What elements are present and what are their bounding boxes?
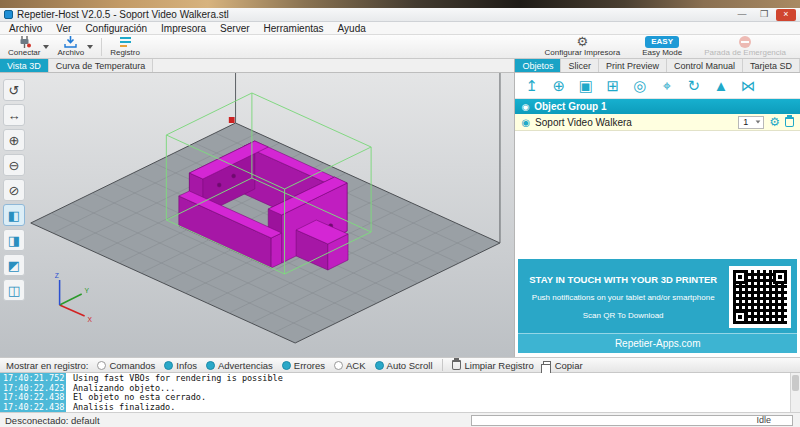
autoscroll-toggle-icon[interactable] [375,361,384,370]
view-tool-front[interactable]: ◨ [3,229,25,251]
copy-log-icon [543,361,551,370]
log-filter-comandos[interactable]: Comandos [97,360,155,371]
delete-object-icon[interactable] [785,117,794,127]
copy-object-button[interactable]: ▣ [574,75,597,97]
log-label: Registro [110,48,140,57]
toggle-log-button[interactable]: Registro [106,36,144,58]
object-list-empty-area [515,131,800,259]
load-file-icon [64,36,77,48]
log-filter-ack[interactable]: ACK [334,360,366,371]
export-object-button[interactable]: ↥ [520,75,543,97]
top-view-icon: ◩ [8,258,20,273]
copy-log-button[interactable]: Copiar [543,360,583,371]
object-settings-icon[interactable]: ⚙ [769,116,780,128]
log-scrollbar[interactable] [790,373,800,412]
zoom-out-icon: ⊖ [9,158,20,173]
ack-toggle-icon[interactable] [334,361,343,370]
view-tool-zoom-out[interactable]: ⊖ [3,154,25,176]
log-filter-infos[interactable]: Infos [164,360,197,371]
view-tool-zoom-in[interactable]: ⊕ [3,129,25,151]
tab-slicer[interactable]: Slicer [561,59,599,72]
log-scrollbar-thumb[interactable] [792,375,799,391]
status-bar: Desconectado: default Idle [0,412,800,427]
load-file-caret-icon[interactable] [87,45,93,49]
log-row: 17:40:22.438Analisis finalizado. [0,402,800,412]
menu-item-herramientas[interactable]: Herramientas [257,22,331,35]
repetier-apps-button[interactable]: Repetier-Apps.com [518,333,797,353]
connect-caret-icon[interactable] [43,45,49,49]
connect-button[interactable]: Conectar [4,36,53,58]
load-file-button[interactable]: Archivo [53,36,97,58]
scale-icon: ▲ [713,77,728,94]
menu-item-configuracion[interactable]: Configuración [78,22,154,35]
object-group-header[interactable]: ◉ Object Group 1 [515,99,800,114]
menu-item-ayuda[interactable]: Ayuda [331,22,373,35]
view-tool-reset[interactable]: ⊘ [3,179,25,201]
menu-item-impresora[interactable]: Impresora [154,22,213,35]
object-row[interactable]: ◉ Soport Video Walkera 1 ⚙ [515,114,800,131]
log-output[interactable]: 17:40:21.752Using fast VBOs for renderin… [0,373,800,412]
qr-code [729,266,791,328]
autoposition-button[interactable]: ⊞ [601,75,624,97]
infos-toggle-icon[interactable] [164,361,173,370]
tab-vista-3d[interactable]: Vista 3D [0,59,49,72]
3d-scene[interactable]: X Y Z [0,73,514,357]
close-button[interactable]: × [776,9,796,21]
svg-text:Y: Y [85,287,90,294]
front-view-icon: ◨ [8,233,20,248]
tab-tarjeta-sd[interactable]: Tarjeta SD [743,59,800,72]
menu-bar: Archivo Ver Configuración Impresora Serv… [0,22,800,35]
object-visibility-icon[interactable]: ◉ [521,117,530,128]
emergency-stop-icon [739,36,751,48]
emergency-stop-button[interactable]: Parada de Emergencia [700,36,790,58]
advertencias-toggle-icon[interactable] [206,361,215,370]
scale-object-button[interactable]: ▲ [709,75,732,97]
tab-objetos[interactable]: Objetos [515,59,561,72]
tab-print-preview[interactable]: Print Preview [599,59,667,72]
add-icon: ⊕ [553,77,566,95]
promo-line2: Scan QR To Download [524,311,722,320]
log-filter-advertencias[interactable]: Advertencias [206,360,273,371]
object-count-dropdown[interactable]: 1 [738,116,764,129]
log-separator [442,359,443,371]
add-object-button[interactable]: ⊕ [547,75,570,97]
view-tool-isometric[interactable]: ◧ [3,204,25,226]
maximize-button[interactable]: ❒ [754,9,774,21]
view-tool-rotate[interactable]: ↺ [3,79,25,101]
right-tab-bar: Objetos Slicer Print Preview Control Man… [515,59,800,73]
3d-viewport[interactable]: X Y Z ↺ ↔ ⊕ ⊖ ⊘ ◧ ◨ ◩ ◫ [0,73,514,357]
gear-icon: ⚙ [577,36,589,48]
easy-mode-badge: EASY [645,36,679,48]
toolbar-separator [101,38,102,56]
origin-marker [229,117,235,123]
rotate-object-button[interactable]: ↻ [682,75,705,97]
clear-log-button[interactable]: Limpiar Registro [452,360,534,371]
view-tool-move[interactable]: ↔ [3,104,25,126]
tab-curva-temperatura[interactable]: Curva de Temperatura [49,59,153,72]
connection-status: Desconectado: default [5,415,100,426]
log-filter-autoscroll[interactable]: Auto Scroll [375,360,433,371]
view-tool-top[interactable]: ◩ [3,254,25,276]
right-pane: Objetos Slicer Print Preview Control Man… [514,59,800,357]
view-tool-layers[interactable]: ◫ [3,279,25,301]
mirror-object-button[interactable]: ⋈ [736,75,759,97]
group-visibility-icon[interactable]: ◉ [521,102,529,112]
tab-control-manual[interactable]: Control Manual [667,59,743,72]
log-filter-errores[interactable]: Errores [282,360,325,371]
center-object-button[interactable]: ◎ [628,75,651,97]
printer-settings-button[interactable]: ⚙ Configurar Impresora [541,36,625,58]
menu-item-ver[interactable]: Ver [49,22,78,35]
log-icon [119,36,132,48]
menu-item-archivo[interactable]: Archivo [2,22,49,35]
mirror-icon: ⋈ [740,77,755,95]
printer-state: Idle [756,415,771,425]
comandos-toggle-icon[interactable] [97,361,106,370]
minimize-button[interactable]: — [732,9,752,21]
easy-mode-toggle[interactable]: EASY Easy Mode [638,36,686,58]
errores-toggle-icon[interactable] [282,361,291,370]
title-bar: Repetier-Host V2.0.5 - Soport Video Walk… [0,8,800,22]
menu-item-server[interactable]: Server [213,22,256,35]
drop-object-button[interactable]: ⌖ [655,75,678,97]
connect-label: Conectar [8,48,40,57]
object-count-value: 1 [743,117,748,127]
